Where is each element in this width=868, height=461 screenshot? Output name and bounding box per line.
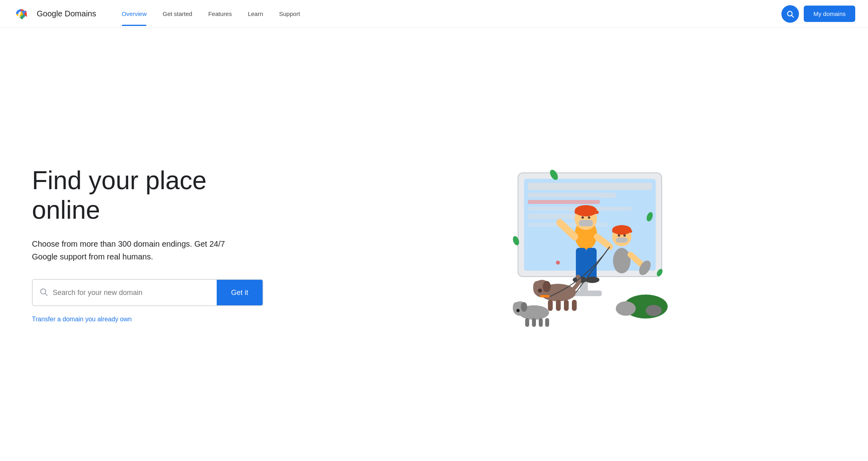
- svg-line-5: [45, 293, 47, 295]
- svg-rect-38: [616, 237, 628, 243]
- domain-search-input[interactable]: [53, 281, 210, 304]
- logo: Google Domains: [13, 5, 96, 23]
- hero-illustration-svg: [438, 149, 678, 340]
- svg-point-46: [538, 289, 542, 293]
- nav-link-overview[interactable]: Overview: [115, 2, 153, 26]
- svg-point-36: [618, 234, 620, 237]
- svg-rect-60: [545, 318, 549, 327]
- svg-point-64: [556, 261, 560, 265]
- search-button[interactable]: [781, 5, 799, 23]
- svg-rect-8: [528, 183, 652, 190]
- svg-rect-23: [575, 211, 599, 214]
- domain-search-bar: Get it: [32, 279, 263, 306]
- nav-links: Overview Get started Features Learn Supp…: [115, 2, 781, 26]
- svg-point-37: [623, 234, 626, 237]
- transfer-domain-link[interactable]: Transfer a domain you already own: [32, 316, 132, 323]
- hero-title: Find your place online: [32, 166, 279, 225]
- svg-point-55: [521, 302, 527, 312]
- nav-link-learn[interactable]: Learn: [241, 2, 269, 26]
- svg-rect-28: [586, 248, 597, 280]
- svg-rect-9: [528, 193, 616, 198]
- svg-rect-51: [572, 300, 577, 311]
- svg-rect-48: [548, 300, 553, 311]
- search-icon: [786, 10, 794, 18]
- svg-rect-50: [564, 300, 569, 311]
- search-bar-inner: [33, 281, 217, 304]
- nav-link-get-started[interactable]: Get started: [156, 2, 198, 26]
- my-domains-button[interactable]: My domains: [804, 6, 855, 22]
- svg-point-25: [588, 216, 590, 219]
- svg-point-62: [616, 301, 636, 316]
- nav-link-support[interactable]: Support: [273, 2, 306, 26]
- svg-rect-35: [612, 230, 632, 233]
- svg-point-63: [646, 305, 662, 316]
- svg-point-56: [516, 309, 520, 312]
- svg-line-3: [792, 15, 794, 17]
- svg-point-39: [613, 248, 631, 273]
- svg-rect-10: [528, 200, 600, 204]
- svg-rect-57: [525, 318, 529, 327]
- nav-link-features[interactable]: Features: [202, 2, 238, 26]
- hero-content: Find your place online Choose from more …: [32, 166, 279, 323]
- svg-rect-58: [532, 318, 536, 327]
- svg-rect-26: [579, 220, 593, 226]
- search-bar-icon: [39, 287, 48, 298]
- svg-point-45: [543, 281, 551, 292]
- hero-subtitle: Choose from more than 300 domain endings…: [32, 237, 239, 263]
- main-nav: Google Domains Overview Get started Feat…: [0, 0, 868, 28]
- logo-text: Google Domains: [37, 9, 96, 18]
- hero-illustration: [279, 149, 836, 340]
- hero-section: Find your place online Choose from more …: [0, 28, 868, 461]
- nav-right: My domains: [781, 5, 855, 23]
- svg-point-24: [581, 216, 584, 219]
- svg-rect-59: [539, 318, 543, 327]
- get-it-button[interactable]: Get it: [217, 280, 263, 305]
- svg-rect-47: [540, 295, 550, 297]
- svg-rect-49: [556, 300, 561, 311]
- gd-logo-icon: [15, 5, 33, 23]
